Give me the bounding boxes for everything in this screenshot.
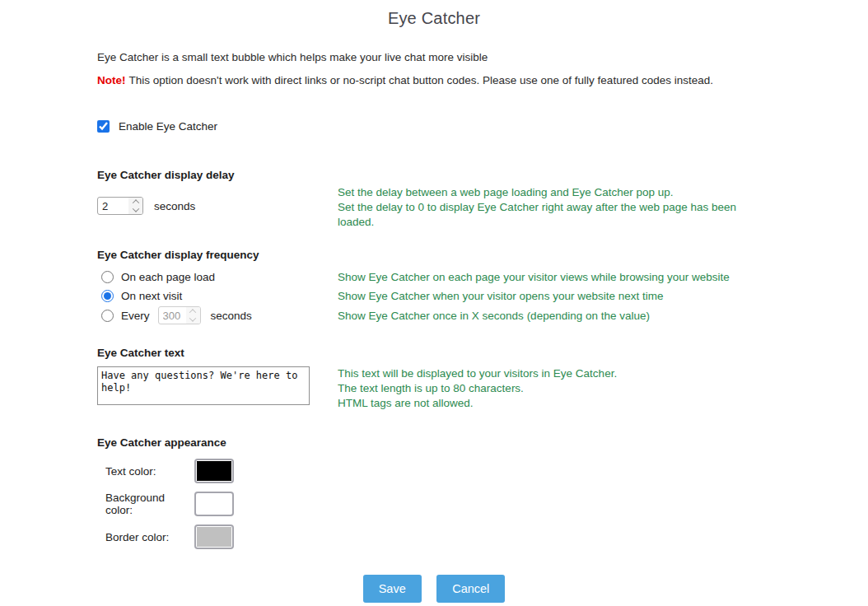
eye-catcher-text-section: Eye Catcher text Have any questions? We'… bbox=[97, 347, 835, 411]
eye-catcher-text-heading: Eye Catcher text bbox=[97, 347, 338, 359]
display-delay-heading: Eye Catcher display delay bbox=[97, 169, 338, 181]
cancel-button[interactable]: Cancel bbox=[436, 575, 505, 603]
display-frequency-heading: Eye Catcher display frequency bbox=[97, 249, 835, 261]
frequency-radio-each-page-load[interactable] bbox=[101, 271, 114, 283]
appearance-section: Eye Catcher appearance Text color: Backg… bbox=[97, 436, 835, 549]
frequency-option-row: On each page load Show Eye Catcher on ea… bbox=[97, 268, 835, 287]
frequency-seconds-unit: seconds bbox=[211, 310, 252, 322]
delay-unit-label: seconds bbox=[154, 200, 195, 212]
frequency-option-row: On next visit Show Eye Catcher when your… bbox=[97, 287, 835, 305]
frequency-seconds-input bbox=[159, 307, 186, 324]
frequency-seconds-box bbox=[158, 306, 201, 324]
frequency-option-help: Show Eye Catcher on each page your visit… bbox=[338, 271, 730, 283]
text-color-value bbox=[197, 461, 231, 481]
note-label: Note! bbox=[97, 74, 126, 86]
delay-stepper[interactable] bbox=[128, 198, 142, 214]
text-help-line: The text length is up to 80 characters. bbox=[338, 381, 749, 396]
appearance-heading: Eye Catcher appearance bbox=[97, 436, 835, 449]
frequency-option-label: On each page load bbox=[121, 271, 215, 283]
frequency-option-row: Every seconds Show Eye Catcher once in X… bbox=[97, 305, 835, 325]
frequency-option-label: On next visit bbox=[121, 290, 182, 302]
text-help-line: This text will be displayed to your visi… bbox=[338, 366, 749, 381]
frequency-radio-next-visit[interactable] bbox=[101, 290, 114, 302]
background-color-label: Background color: bbox=[97, 492, 194, 516]
page-title: Eye Catcher bbox=[0, 0, 868, 28]
background-color-value bbox=[197, 494, 231, 514]
display-delay-left: Eye Catcher display delay seconds bbox=[97, 169, 338, 230]
note-text: This option doesn't work with direct lin… bbox=[129, 74, 713, 86]
delay-help-line: Set the delay to 0 to display Eye Catche… bbox=[338, 200, 749, 230]
border-color-swatch[interactable] bbox=[194, 524, 234, 549]
border-color-value bbox=[197, 527, 231, 547]
chevron-down-icon[interactable] bbox=[132, 205, 138, 212]
frequency-option-each-page-load[interactable]: On each page load bbox=[97, 271, 338, 283]
enable-eye-catcher-label: Enable Eye Catcher bbox=[119, 120, 217, 133]
frequency-options: On each page load Show Eye Catcher on ea… bbox=[97, 268, 835, 325]
border-color-label: Border color: bbox=[97, 531, 194, 543]
background-color-swatch[interactable] bbox=[194, 492, 234, 516]
appearance-rows: Text color: Background color: Border col… bbox=[97, 459, 835, 549]
display-frequency-section: Eye Catcher display frequency On each pa… bbox=[97, 249, 835, 325]
frequency-radio-every-x-seconds[interactable] bbox=[101, 310, 114, 322]
frequency-option-help: Show Eye Catcher once in X seconds (depe… bbox=[338, 310, 650, 322]
frequency-option-next-visit[interactable]: On next visit bbox=[97, 290, 338, 302]
text-color-swatch[interactable] bbox=[194, 459, 234, 483]
text-help-line: HTML tags are not allowed. bbox=[338, 396, 749, 411]
eye-catcher-text-input[interactable]: Have any questions? We're here to help! bbox=[97, 366, 310, 405]
save-button[interactable]: Save bbox=[363, 575, 422, 603]
description-text: Eye Catcher is a small text bubble which… bbox=[97, 51, 835, 63]
action-buttons: Save Cancel bbox=[0, 575, 868, 603]
settings-content: Eye Catcher is a small text bubble which… bbox=[0, 51, 868, 549]
delay-number-box bbox=[97, 197, 143, 215]
text-color-label: Text color: bbox=[97, 465, 194, 478]
text-color-row: Text color: bbox=[97, 459, 835, 483]
note-line: Note!This option doesn't work with direc… bbox=[97, 74, 835, 86]
chevron-down-icon bbox=[189, 315, 196, 321]
frequency-seconds-stepper bbox=[186, 307, 200, 324]
display-delay-section: Eye Catcher display delay seconds Set th… bbox=[97, 169, 835, 230]
border-color-row: Border color: bbox=[97, 524, 835, 549]
eye-catcher-settings-page: Eye Catcher Eye Catcher is a small text … bbox=[0, 0, 868, 606]
eye-catcher-text-left: Eye Catcher text Have any questions? We'… bbox=[97, 347, 338, 411]
enable-eye-catcher-row[interactable]: Enable Eye Catcher bbox=[97, 120, 835, 133]
frequency-option-label: Every bbox=[121, 310, 150, 322]
delay-help-text: Set the delay between a web page loading… bbox=[338, 185, 749, 230]
delay-input[interactable] bbox=[98, 198, 128, 214]
background-color-row: Background color: bbox=[97, 492, 835, 516]
enable-eye-catcher-checkbox[interactable] bbox=[97, 120, 110, 133]
frequency-option-help: Show Eye Catcher when your visitor opens… bbox=[338, 290, 663, 302]
text-help: This text will be displayed to your visi… bbox=[338, 366, 749, 411]
delay-input-row: seconds bbox=[97, 197, 338, 215]
delay-help-line: Set the delay between a web page loading… bbox=[338, 185, 749, 200]
frequency-option-every-x-seconds[interactable]: Every seconds bbox=[97, 305, 338, 325]
